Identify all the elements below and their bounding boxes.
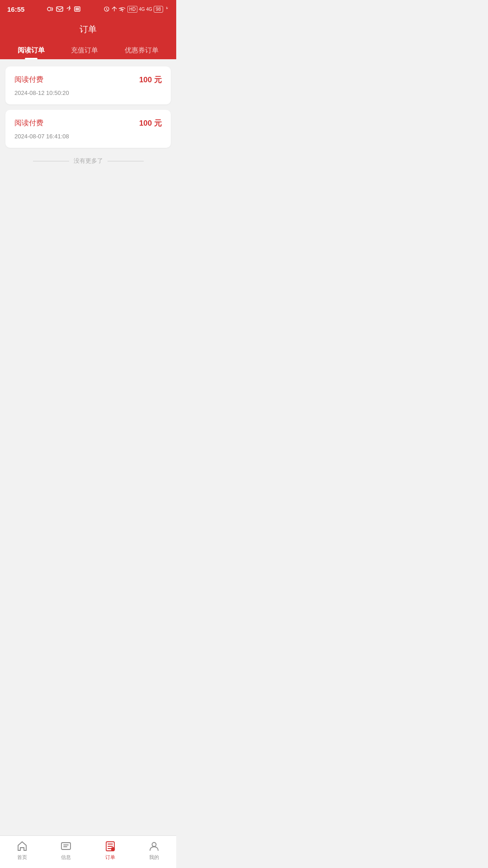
order-date-2: 2024-08-07 16:41:08 xyxy=(14,133,162,140)
order-date-1: 2024-08-12 10:50:20 xyxy=(14,90,162,96)
status-time: 16:55 xyxy=(7,5,24,13)
order-type-1: 阅读付费 xyxy=(14,75,43,85)
tab-coupon-order[interactable]: 优惠券订单 xyxy=(117,42,166,59)
svg-rect-1 xyxy=(56,7,63,11)
order-amount-1: 100 元 xyxy=(139,75,162,85)
content-area: 阅读付费 100 元 2024-08-12 10:50:20 阅读付费 100 … xyxy=(0,59,176,330)
status-icons xyxy=(47,6,81,12)
header: 订单 xyxy=(0,18,176,42)
page-title: 订单 xyxy=(0,24,176,42)
order-card-2-row: 阅读付费 100 元 xyxy=(14,118,162,128)
svg-point-5 xyxy=(122,11,123,12)
tab-read-order[interactable]: 阅读订单 xyxy=(10,42,52,59)
order-amount-2: 100 元 xyxy=(139,118,162,128)
tab-recharge-order[interactable]: 充值订单 xyxy=(64,42,105,59)
order-card-1[interactable]: 阅读付费 100 元 2024-08-12 10:50:20 xyxy=(5,66,171,104)
order-card-1-row: 阅读付费 100 元 xyxy=(14,75,162,85)
status-bar: 16:55 xyxy=(0,0,176,18)
no-more-indicator: 没有更多了 xyxy=(5,157,171,165)
svg-point-0 xyxy=(47,7,51,11)
no-more-text: 没有更多了 xyxy=(74,157,103,165)
order-card-2[interactable]: 阅读付费 100 元 2024-08-07 16:41:08 xyxy=(5,110,171,148)
status-right-icons: HD 4G 4G 98 xyxy=(103,6,169,13)
order-type-2: 阅读付费 xyxy=(14,118,43,128)
tabs-container: 阅读订单 充值订单 优惠券订单 xyxy=(0,42,176,59)
svg-rect-3 xyxy=(75,8,79,10)
